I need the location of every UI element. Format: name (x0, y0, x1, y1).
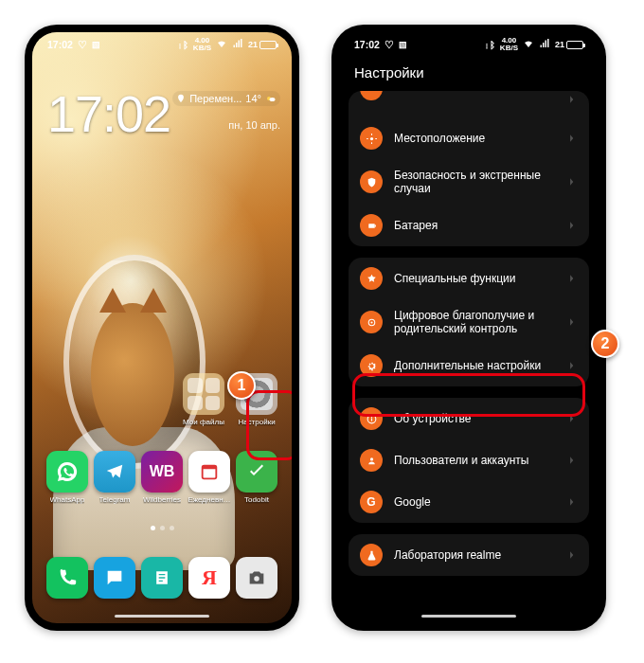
dock-notes[interactable] (140, 557, 184, 599)
status-icon: ▧ (399, 40, 407, 49)
chevron-right-icon (568, 314, 578, 331)
chevron-right-icon (568, 130, 578, 147)
chevron-right-icon (568, 410, 578, 427)
settings-row-additional[interactable]: Дополнительные настройки (349, 345, 589, 386)
generic-icon (360, 91, 383, 100)
weather-widget[interactable]: Перемен... 14° (172, 91, 280, 106)
svg-rect-6 (368, 224, 375, 227)
chevron-right-icon (568, 547, 578, 564)
shield-icon (360, 170, 383, 193)
chevron-right-icon (568, 91, 578, 108)
chevron-right-icon (568, 217, 578, 234)
svg-point-5 (369, 136, 372, 139)
svg-rect-3 (203, 466, 217, 470)
chevron-right-icon (568, 357, 578, 374)
dock-phone[interactable] (45, 557, 89, 599)
location-icon (360, 127, 383, 150)
chevron-right-icon (568, 270, 578, 287)
wellbeing-icon (360, 311, 383, 333)
settings-row-lab[interactable]: Лаборатория realme (349, 534, 589, 576)
status-bar: 17:02 ♡ ▧ ⋮ᛒ 4.00KB/S 21 (339, 32, 599, 57)
dock: Я (32, 557, 292, 599)
settings-row-special[interactable]: Специальные функции (349, 258, 589, 299)
dock-yandex[interactable]: Я (188, 557, 231, 599)
chevron-right-icon (568, 493, 578, 511)
net-speed: 4.00KB/S (193, 37, 211, 52)
svg-rect-11 (370, 418, 371, 421)
settings-row-users[interactable]: Пользователи и аккаунты (349, 439, 589, 481)
settings-row-google[interactable]: G Google (349, 481, 589, 523)
app-row: WhatsApp Telegram WB Wildberries Ежеднев… (32, 451, 292, 504)
settings-row-security[interactable]: Безопасность и экстренные случаи (349, 159, 589, 205)
battery-indicator: 21 (555, 40, 583, 49)
app-wildberries[interactable]: WB Wildberries (140, 451, 184, 504)
signal-icon (539, 38, 550, 51)
dock-messages[interactable] (93, 557, 136, 599)
nav-gesture-hint[interactable] (115, 615, 209, 618)
settings-row-battery[interactable]: Батарея (349, 205, 589, 246)
svg-rect-7 (374, 224, 375, 226)
settings-group-1: Местоположение Безопасность и экстренные… (349, 91, 589, 246)
settings-group-4: Лаборатория realme (349, 534, 589, 576)
svg-point-4 (253, 575, 259, 582)
phone-home: 17:02 ♡ ▧ ⋮ᛒ 4.00KB/S 21 17:02 (25, 25, 299, 631)
weather-icon (265, 93, 277, 104)
phone-settings: 17:02 ♡ ▧ ⋮ᛒ 4.00KB/S 21 Настройки (331, 25, 606, 631)
app-daily[interactable]: Ежедневн… (188, 451, 231, 504)
bluetooth-icon: ⋮ᛒ (484, 40, 495, 50)
svg-point-13 (369, 457, 372, 460)
app-telegram[interactable]: Telegram (93, 451, 136, 504)
settings-row-about[interactable]: Об устройстве (349, 398, 589, 439)
home-clock[interactable]: 17:02 (47, 84, 170, 143)
settings-row-wellbeing[interactable]: Цифровое благополучие и родительский кон… (349, 299, 589, 345)
page-indicator[interactable] (32, 526, 292, 530)
callout-2: 2 (591, 330, 619, 358)
settings-screen: 17:02 ♡ ▧ ⋮ᛒ 4.00KB/S 21 Настройки (339, 32, 599, 623)
home-screen: 17:02 ♡ ▧ ⋮ᛒ 4.00KB/S 21 17:02 (32, 32, 292, 623)
user-icon (360, 449, 383, 472)
folder-my-files[interactable]: Мои файлы (182, 373, 225, 426)
status-time: 17:02 (47, 39, 73, 50)
page-title: Настройки (354, 64, 424, 81)
settings-row-cut[interactable] (349, 91, 589, 117)
star-icon (360, 267, 383, 290)
battery-icon (360, 214, 383, 237)
chevron-right-icon (568, 173, 578, 190)
status-time: 17:02 (354, 39, 380, 50)
flask-icon (360, 544, 383, 566)
wifi-icon (523, 38, 534, 51)
chevron-right-icon (568, 452, 578, 469)
home-date[interactable]: пн, 10 апр. (228, 119, 280, 131)
info-icon (360, 407, 383, 430)
nav-gesture-hint[interactable] (421, 615, 516, 618)
heart-icon: ♡ (78, 39, 87, 50)
svg-point-9 (370, 321, 372, 323)
app-todobit[interactable]: Todobit (235, 451, 278, 504)
heart-icon: ♡ (385, 39, 394, 50)
settings-group-3: Об устройстве Пользователи и аккаунты G … (349, 398, 589, 523)
wifi-icon (216, 38, 227, 51)
location-pin-icon (176, 94, 186, 103)
net-speed: 4.00KB/S (500, 37, 518, 52)
callout-1: 1 (227, 371, 256, 400)
svg-rect-12 (370, 416, 371, 417)
bluetooth-icon: ⋮ᛒ (177, 40, 188, 50)
signal-icon (232, 38, 243, 51)
gear-icon (360, 354, 383, 377)
svg-point-1 (270, 98, 276, 101)
status-bar: 17:02 ♡ ▧ ⋮ᛒ 4.00KB/S 21 (32, 32, 292, 57)
settings-row-location[interactable]: Местоположение (349, 117, 589, 159)
app-whatsapp[interactable]: WhatsApp (45, 451, 89, 504)
status-icon: ▧ (92, 40, 100, 49)
settings-group-2: Специальные функции Цифровое благополучи… (349, 258, 589, 386)
dock-camera[interactable] (235, 557, 278, 599)
google-icon: G (360, 491, 383, 513)
settings-list[interactable]: Местоположение Безопасность и экстренные… (339, 91, 599, 618)
battery-indicator: 21 (248, 40, 277, 49)
